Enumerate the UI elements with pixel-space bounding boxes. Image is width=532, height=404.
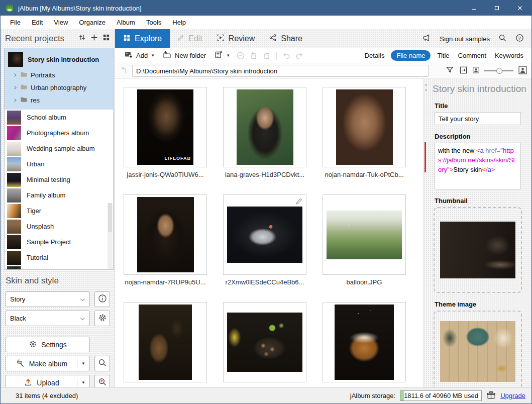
- menu-edit[interactable]: Edit: [26, 19, 48, 26]
- help-icon[interactable]: ?: [515, 34, 524, 44]
- folder-icon: [20, 84, 28, 91]
- project-item[interactable]: Sample Project: [5, 234, 113, 250]
- skin-info-button[interactable]: [94, 291, 110, 307]
- items-count: 31 items (4 excluded): [16, 392, 78, 399]
- rotate-left-icon[interactable]: [247, 49, 260, 62]
- project-label: Tiger: [27, 207, 41, 215]
- style-select[interactable]: Black: [6, 311, 90, 326]
- project-list-scrollbar[interactable]: [108, 203, 113, 269]
- sort-icon[interactable]: [78, 34, 86, 44]
- slider-thumb[interactable]: [496, 68, 502, 74]
- photo-cell[interactable]: nojan-namdar-7RUP9u5U...: [124, 194, 207, 286]
- exclude-icon[interactable]: [234, 49, 247, 62]
- style-settings-button[interactable]: [94, 311, 110, 326]
- photo-cell[interactable]: r2Xmw0lESdeCCu4eBb6...: [223, 194, 306, 286]
- photo-cell[interactable]: LIFEOFAB jassir-jonis-QWa0TIUW6...: [124, 87, 207, 179]
- tab-share[interactable]: Share: [262, 29, 309, 48]
- project-item[interactable]: Minimal testing: [5, 172, 113, 187]
- project-item[interactable]: Welcome to jAlbum: [5, 265, 113, 270]
- search-icon[interactable]: [498, 34, 507, 44]
- theme-image-label: Theme image: [435, 300, 531, 308]
- add-button[interactable]: Add ▼: [120, 49, 159, 62]
- redo-icon[interactable]: [293, 49, 306, 62]
- selected-project-block[interactable]: Story skin introduction Portraits Urban …: [5, 48, 113, 110]
- new-folder-button[interactable]: New folder: [159, 49, 210, 62]
- tree-item-res[interactable]: res: [5, 94, 113, 107]
- photo-cell[interactable]: [323, 302, 406, 387]
- preview-button[interactable]: [94, 356, 110, 371]
- project-item[interactable]: Tutorial: [5, 250, 113, 265]
- filter-funnel-icon[interactable]: [446, 66, 454, 76]
- filter-comment[interactable]: Comment: [456, 50, 488, 61]
- tab-explore[interactable]: Explore: [115, 29, 170, 48]
- photo-cell[interactable]: [223, 302, 306, 387]
- upgrade-link[interactable]: Upgrade: [500, 392, 525, 399]
- inspector-title: Story skin introduction: [433, 83, 529, 94]
- theme-image-dropzone[interactable]: [434, 311, 522, 392]
- photo-overlay-text: LIFEOFAB: [165, 156, 191, 161]
- filter-title[interactable]: Title: [435, 50, 451, 61]
- tree-item-urban-photography[interactable]: Urban photography: [5, 81, 113, 94]
- path-input[interactable]: [132, 65, 429, 77]
- skin-panel-title: Skin and style: [1, 270, 115, 288]
- upload-icon: [24, 378, 33, 388]
- tree-item-portraits[interactable]: Portraits: [5, 69, 113, 81]
- thumbnail-size-slider[interactable]: [484, 67, 513, 74]
- filter-keywords[interactable]: Keywords: [493, 50, 525, 61]
- project-item[interactable]: School album: [5, 110, 113, 125]
- project-item[interactable]: Photographers album: [5, 125, 113, 141]
- undo-icon[interactable]: [280, 49, 293, 62]
- skin-select[interactable]: Story: [6, 291, 90, 307]
- project-item[interactable]: Family album: [5, 187, 113, 203]
- upload-dropdown[interactable]: ▼: [77, 380, 89, 385]
- gift-icon[interactable]: [486, 390, 496, 401]
- maximize-button[interactable]: [485, 1, 508, 16]
- open-in-explorer-icon[interactable]: [459, 66, 468, 76]
- title-label: Title: [435, 102, 531, 110]
- add-project-icon[interactable]: [90, 34, 98, 44]
- chevron-right-icon[interactable]: [13, 84, 17, 91]
- menu-file[interactable]: File: [5, 19, 26, 26]
- close-button[interactable]: [508, 1, 531, 16]
- photo-balloon: [327, 211, 402, 259]
- grid-view-icon[interactable]: [102, 34, 110, 44]
- tab-edit[interactable]: Edit: [170, 29, 209, 48]
- settings-button[interactable]: Settings: [6, 337, 90, 352]
- chevron-right-icon[interactable]: [13, 96, 17, 104]
- menu-organize[interactable]: Organize: [73, 19, 111, 26]
- project-thumbnail: [7, 157, 21, 171]
- photo-caption: nojan-namdar-Tuk-oPtCb...: [323, 171, 406, 179]
- storage-label: jAlbum storage:: [350, 392, 395, 399]
- megaphone-icon[interactable]: [421, 34, 431, 44]
- project-item[interactable]: Tiger: [5, 203, 113, 219]
- minimize-button[interactable]: [462, 1, 485, 16]
- rotate-right-icon[interactable]: [260, 49, 273, 62]
- panel-collapse-icon[interactable]: ‹›: [425, 82, 427, 92]
- menu-view[interactable]: View: [48, 19, 73, 26]
- project-item[interactable]: Wedding sample album: [5, 141, 113, 156]
- project-item[interactable]: Urban: [5, 156, 113, 172]
- project-item[interactable]: Unsplash: [5, 219, 113, 234]
- chevron-right-icon[interactable]: [13, 71, 17, 79]
- make-album-button[interactable]: Make album ▼: [6, 356, 90, 371]
- photo-cell[interactable]: lana-graves-H1d3PCDvkt...: [223, 87, 306, 179]
- up-level-icon[interactable]: [120, 66, 128, 76]
- photo-cell[interactable]: nojan-namdar-Tuk-oPtCb...: [323, 87, 406, 179]
- thumbnail-dropzone[interactable]: [434, 207, 522, 293]
- thumbnail-small-icon[interactable]: [473, 67, 479, 75]
- photo-cell[interactable]: balloon.JPG: [323, 194, 406, 286]
- filter-file-name[interactable]: File name: [391, 50, 431, 61]
- title-input[interactable]: [435, 112, 521, 125]
- tab-review[interactable]: Review: [209, 29, 262, 48]
- selected-project-name: Story skin introduction: [28, 56, 99, 63]
- menu-help[interactable]: Help: [167, 19, 191, 26]
- filter-details[interactable]: Details: [363, 50, 387, 61]
- add-page-button[interactable]: ▼: [210, 49, 234, 62]
- thumbnail-large-icon[interactable]: [518, 66, 527, 76]
- sign-out-link[interactable]: Sign out samples: [440, 35, 490, 43]
- menu-tools[interactable]: Tools: [141, 19, 167, 26]
- photo-cell[interactable]: [124, 302, 207, 387]
- description-textarea[interactable]: with the new <a href="https://jalbum.net…: [435, 143, 521, 189]
- make-album-dropdown[interactable]: ▼: [77, 361, 89, 366]
- menu-album[interactable]: Album: [111, 19, 141, 26]
